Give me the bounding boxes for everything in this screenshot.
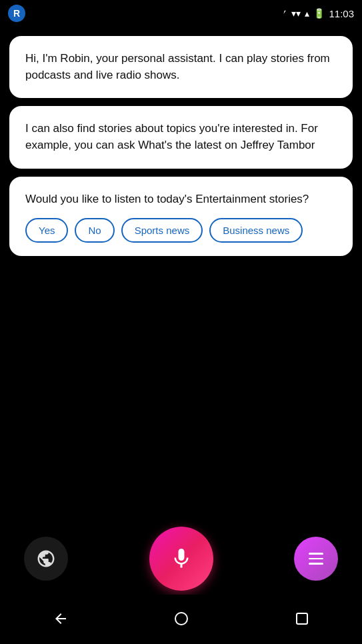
sports-news-button[interactable]: Sports news (121, 218, 203, 243)
nav-bar (0, 595, 362, 644)
chat-area: Hi, I'm Robin, your personal assistant. … (0, 27, 362, 256)
time-display: 11:03 (329, 8, 354, 19)
wifi-icon: ▾▾ (291, 8, 301, 19)
status-bar: R ⎖ ▾▾ ▴ 🔋 11:03 (0, 0, 362, 27)
chat-text-3: Would you like to listen to today's Ente… (25, 193, 309, 205)
choice-buttons-row: Yes No Sports news Business news (25, 218, 337, 243)
menu-icon (309, 553, 323, 565)
business-news-button[interactable]: Business news (209, 218, 303, 243)
status-bar-right: ⎖ ▾▾ ▴ 🔋 11:03 (282, 8, 354, 19)
svg-point-0 (175, 613, 187, 625)
home-icon (173, 611, 189, 627)
globe-button[interactable] (24, 537, 68, 581)
microphone-button[interactable] (149, 527, 213, 591)
bottom-controls (0, 527, 362, 591)
status-bar-left: R (8, 5, 25, 22)
recents-button[interactable] (294, 611, 310, 629)
chat-bubble-3: Would you like to listen to today's Ente… (9, 177, 353, 257)
no-button[interactable]: No (75, 218, 114, 243)
back-button[interactable] (53, 611, 69, 629)
globe-icon (36, 549, 56, 569)
svg-rect-1 (297, 613, 307, 624)
menu-button[interactable] (294, 537, 338, 581)
app-icon: R (8, 5, 25, 22)
yes-button[interactable]: Yes (25, 218, 68, 243)
chat-text-1: Hi, I'm Robin, your personal assistant. … (25, 52, 330, 81)
battery-icon: 🔋 (313, 8, 325, 19)
signal-icon: ▴ (305, 8, 309, 19)
back-icon (53, 611, 69, 627)
recents-icon (294, 611, 310, 627)
chat-bubble-1: Hi, I'm Robin, your personal assistant. … (9, 36, 353, 98)
vibrate-icon: ⎖ (282, 8, 287, 19)
microphone-icon (169, 547, 193, 571)
chat-bubble-2: I can also find stories about topics you… (9, 106, 353, 168)
chat-text-2: I can also find stories about topics you… (25, 122, 318, 151)
home-button[interactable] (173, 611, 189, 629)
